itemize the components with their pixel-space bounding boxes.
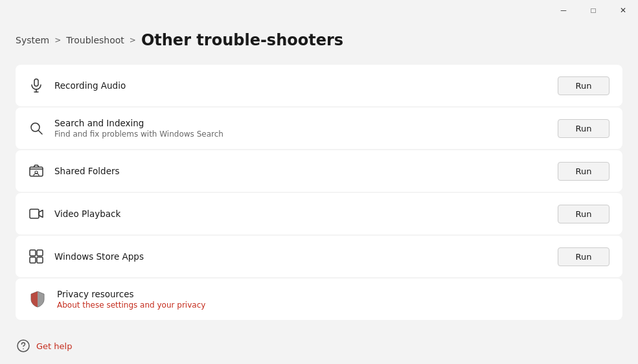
title-bar: ─ □ ✕ [0,0,638,21]
svg-rect-8 [30,250,36,256]
item-title-recording-audio: Recording Audio [54,80,126,91]
svg-rect-0 [34,79,38,86]
privacy-shield-icon [28,290,47,308]
run-button-search[interactable]: Run [558,119,610,138]
breadcrumb-troubleshoot[interactable]: Troubleshoot [66,35,124,45]
breadcrumb: System > Troubleshoot > Other trouble-sh… [16,31,622,49]
troubleshooter-item-windows-store-apps: Windows Store Apps Run [16,236,622,277]
page-title: Other trouble-shooters [141,31,343,49]
run-button-shared-folders[interactable]: Run [558,162,610,181]
svg-point-13 [23,348,24,350]
breadcrumb-sep2: > [130,36,136,45]
privacy-link[interactable]: About these settings and your privacy [57,301,205,310]
search-icon [28,120,44,136]
svg-rect-9 [37,250,43,256]
troubleshooter-item-shared-folders: Shared Folders Run [16,150,622,192]
microphone-icon [28,78,44,93]
item-left-video: Video Playback [28,206,120,222]
shared-folders-icon [28,163,44,179]
get-help-section[interactable]: Get help [16,338,72,354]
svg-rect-11 [37,257,43,263]
item-text-recording-audio: Recording Audio [54,80,126,91]
item-title-shared-folders: Shared Folders [54,166,120,176]
item-text-search: Search and Indexing Find and fix problem… [54,118,223,139]
minimize-button[interactable]: ─ [549,0,578,21]
video-icon [28,206,44,222]
run-button-recording-audio[interactable]: Run [558,76,610,95]
breadcrumb-sep1: > [54,36,61,45]
item-left-search: Search and Indexing Find and fix problem… [28,118,223,139]
svg-rect-7 [30,209,39,218]
item-subtitle-search: Find and fix problems with Windows Searc… [54,130,223,139]
troubleshooter-item-recording-audio: Recording Audio Run [16,65,622,106]
item-left-store: Windows Store Apps [28,249,144,264]
breadcrumb-system[interactable]: System [16,35,49,45]
svg-line-4 [39,131,43,135]
item-left-recording-audio: Recording Audio [28,78,126,93]
item-title-video: Video Playback [54,209,120,219]
svg-point-6 [35,171,38,174]
main-content: System > Troubleshoot > Other trouble-sh… [0,21,638,364]
store-icon [28,249,44,264]
item-title-search: Search and Indexing [54,118,223,128]
item-text-store: Windows Store Apps [54,251,144,262]
item-text-video: Video Playback [54,209,120,219]
privacy-text: Privacy resources About these settings a… [57,289,205,310]
get-help-label[interactable]: Get help [36,341,72,351]
troubleshooter-list: Recording Audio Run Search and Indexing … [16,65,622,320]
troubleshooter-item-video-playback: Video Playback Run [16,193,622,234]
privacy-resources-item: Privacy resources About these settings a… [16,279,622,320]
troubleshooter-item-search-and-indexing: Search and Indexing Find and fix problem… [16,108,622,149]
run-button-store[interactable]: Run [558,247,610,266]
item-title-store: Windows Store Apps [54,251,144,262]
close-button[interactable]: ✕ [608,0,638,21]
get-help-icon [16,338,31,354]
privacy-title: Privacy resources [57,289,205,299]
svg-rect-10 [30,257,36,263]
run-button-video[interactable]: Run [558,205,610,223]
item-text-shared-folders: Shared Folders [54,166,120,176]
window-controls: ─ □ ✕ [549,0,638,21]
maximize-button[interactable]: □ [578,0,608,21]
item-left-shared-folders: Shared Folders [28,163,120,179]
svg-rect-5 [30,167,43,176]
